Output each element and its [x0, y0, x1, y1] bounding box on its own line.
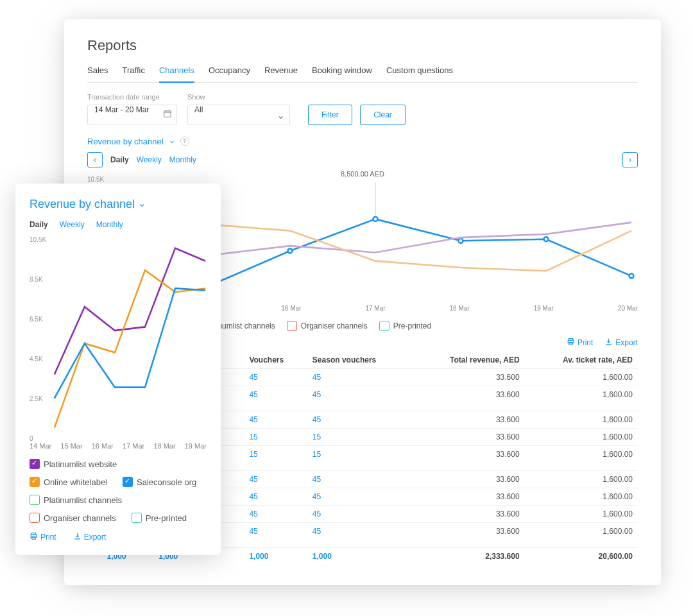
cell-link[interactable]: 15: [244, 429, 307, 446]
cell-link[interactable]: 45: [307, 488, 412, 506]
legend-item[interactable]: Organiser channels: [30, 513, 116, 523]
ov-seg-monthly[interactable]: Monthly: [96, 220, 123, 229]
date-range-label: Transaction date range: [87, 93, 177, 101]
checkbox-icon: [30, 513, 40, 523]
filter-bar: Transaction date range 14 Mar - 20 Mar S…: [87, 93, 638, 125]
overlay-export-button[interactable]: Export: [73, 532, 107, 542]
legend-item[interactable]: Online whitelabel: [30, 477, 107, 487]
x-tick: 15 Mar: [60, 442, 82, 450]
y-tick: 10.5K: [87, 176, 104, 183]
cell-link[interactable]: 15: [307, 429, 412, 446]
cell-link[interactable]: 45: [244, 411, 307, 429]
cell-link[interactable]: 15: [307, 446, 412, 463]
svg-point-7: [544, 237, 549, 241]
tab-channels[interactable]: Channels: [159, 65, 194, 83]
download-icon: [604, 338, 613, 348]
help-icon[interactable]: ?: [180, 137, 189, 146]
tab-occupancy[interactable]: Occupancy: [209, 65, 250, 82]
seg-weekly[interactable]: Weekly: [137, 155, 162, 164]
ov-seg-weekly[interactable]: Weekly: [60, 220, 85, 229]
chart-tooltip: 8,500.00 AED: [87, 170, 638, 178]
y-tick: 4.5K: [30, 355, 43, 363]
cell-link[interactable]: 45: [307, 471, 412, 488]
legend-item[interactable]: Saleconsole org: [123, 477, 196, 487]
y-tick: 8.5K: [30, 276, 43, 283]
x-tick: 18 Mar: [153, 442, 175, 450]
show-select[interactable]: All: [187, 105, 290, 125]
chart-next-button[interactable]: ›: [622, 152, 638, 167]
download-icon: [73, 532, 81, 542]
chevron-down-icon: [138, 198, 146, 210]
cell-link[interactable]: 45: [307, 386, 412, 404]
checkbox-icon: [123, 477, 133, 487]
x-tick: 16 Mar: [92, 442, 114, 450]
tab-traffic[interactable]: Traffic: [123, 65, 145, 82]
section-dropdown[interactable]: Revenue by channel: [87, 137, 164, 146]
cell-link[interactable]: 1,000: [307, 548, 412, 565]
legend-item[interactable]: Platinumlist channels: [30, 495, 122, 505]
checkbox-icon: [30, 495, 40, 505]
legend-item[interactable]: Organiser channels: [287, 321, 368, 331]
seg-monthly[interactable]: Monthly: [169, 155, 196, 164]
checkbox-icon: [30, 477, 40, 487]
x-tick: 17 Mar: [365, 305, 385, 312]
cell-link[interactable]: 45: [244, 386, 307, 404]
cell-link[interactable]: 45: [307, 506, 412, 523]
legend-item[interactable]: Pre-printed: [379, 321, 431, 331]
export-button[interactable]: Export: [604, 338, 638, 348]
x-tick: 16 Mar: [281, 305, 301, 312]
ov-seg-daily[interactable]: Daily: [30, 220, 48, 229]
svg-point-5: [373, 217, 378, 221]
overlay-section-dropdown[interactable]: Revenue by channel: [30, 198, 207, 211]
cell-link[interactable]: 45: [307, 523, 412, 540]
overlay-x-axis: 14 Mar15 Mar16 Mar17 Mar18 Mar19 Mar: [30, 442, 207, 450]
page-title: Reports: [87, 37, 638, 54]
checkbox-icon: [30, 459, 40, 469]
y-tick: 0: [30, 435, 33, 442]
svg-rect-0: [164, 111, 171, 117]
printer-icon: [30, 532, 38, 542]
tabs: SalesTrafficChannelsOccupancyRevenueBook…: [87, 65, 638, 83]
x-tick: 14 Mar: [30, 442, 51, 450]
tab-revenue[interactable]: Revenue: [264, 65, 298, 82]
cell-link[interactable]: 45: [244, 471, 307, 488]
x-tick: 19 Mar: [534, 305, 554, 312]
col-header: Season vouchers: [307, 352, 412, 369]
seg-daily[interactable]: Daily: [110, 155, 129, 164]
svg-point-8: [629, 274, 634, 278]
chevron-down-icon: [169, 135, 175, 147]
svg-point-6: [459, 239, 463, 243]
x-tick: 18 Mar: [450, 305, 470, 312]
cell-link[interactable]: 45: [244, 488, 307, 506]
legend-item[interactable]: Platinumlist website: [30, 459, 117, 469]
show-label: Show: [187, 93, 290, 101]
tab-sales[interactable]: Sales: [87, 65, 108, 82]
cell-link[interactable]: 45: [244, 523, 307, 540]
x-tick: 20 Mar: [618, 305, 638, 312]
clear-button[interactable]: Clear: [360, 105, 406, 125]
x-tick: 17 Mar: [123, 442, 144, 450]
chart-prev-button[interactable]: ‹: [87, 152, 103, 167]
col-header: Vouchers: [244, 352, 307, 369]
print-button[interactable]: Print: [567, 338, 594, 348]
cell-link[interactable]: 45: [244, 369, 307, 386]
filter-button[interactable]: Filter: [308, 105, 352, 125]
overlay-print-button[interactable]: Print: [30, 532, 56, 542]
tab-custom-questions[interactable]: Custom questions: [386, 65, 453, 82]
legend-item[interactable]: Pre-printed: [132, 513, 187, 523]
cell-link[interactable]: 45: [307, 411, 412, 429]
checkbox-icon: [132, 513, 142, 523]
col-header: Av. ticket rate, AED: [525, 352, 638, 369]
chevron-down-icon: ⌄: [277, 109, 285, 121]
svg-point-4: [288, 248, 293, 253]
checkbox-icon: [379, 321, 389, 331]
tab-booking-window[interactable]: Booking window: [312, 65, 372, 82]
cell-link[interactable]: 45: [307, 369, 412, 386]
x-tick: 19 Mar: [185, 442, 207, 450]
overlay-card: Revenue by channel Daily Weekly Monthly …: [15, 184, 221, 555]
cell-link[interactable]: 15: [244, 446, 307, 463]
cell-link[interactable]: 45: [244, 506, 307, 523]
overlay-chart: 10.5K8.5K6.5K4.5K2.5K0: [33, 239, 207, 438]
calendar-icon: [163, 109, 172, 121]
cell-link[interactable]: 1,000: [244, 548, 307, 565]
